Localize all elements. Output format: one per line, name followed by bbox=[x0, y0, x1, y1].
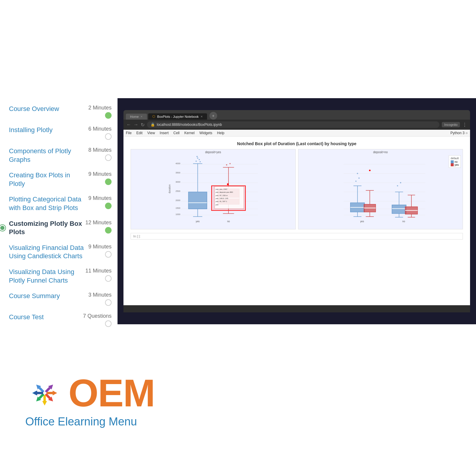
menu-cell[interactable]: Cell bbox=[173, 131, 180, 135]
panel-left-title: deposit=yes bbox=[131, 149, 295, 155]
svg-point-22 bbox=[199, 159, 200, 160]
menu-widgets[interactable]: Widgets bbox=[199, 131, 212, 135]
url-display: localhost:8888/notebooks/BoxPlots.ipynb bbox=[157, 123, 222, 127]
legend-item-no: no bbox=[451, 160, 459, 163]
svg-rect-95 bbox=[43, 395, 46, 401]
menu-dots-icon[interactable]: ⋮ bbox=[462, 122, 467, 128]
svg-text:no: no bbox=[227, 220, 230, 223]
svg-text:3000: 3000 bbox=[176, 181, 180, 183]
svg-point-77 bbox=[400, 182, 401, 183]
svg-point-35 bbox=[229, 163, 231, 164]
kernel-name: Python 3 ○ bbox=[450, 131, 468, 135]
svg-point-61 bbox=[357, 173, 358, 174]
lock-icon: 🔒 bbox=[151, 123, 155, 127]
legend-color-yes bbox=[451, 163, 454, 166]
sidebar-item-plotting-categorical[interactable]: Plotting Categorical Data with Box and S… bbox=[0, 192, 118, 216]
svg-point-23 bbox=[197, 157, 198, 159]
svg-marker-94 bbox=[42, 401, 47, 405]
incognito-label: Incognito bbox=[442, 122, 460, 127]
sidebar-item-title: Visualizing Data Using Plotly Funnel Cha… bbox=[9, 268, 74, 284]
svg-point-25 bbox=[200, 161, 201, 162]
notebook-content: File Edit View Insert Cell Kernel Widget… bbox=[123, 130, 470, 305]
svg-text:2000: 2000 bbox=[176, 199, 180, 202]
sidebar-item-customizing-box-plots[interactable]: Customizing Plotly Box Plots 12 Minutes bbox=[0, 216, 118, 240]
svg-text:yes: yes bbox=[196, 220, 200, 223]
sidebar-item-title: Course Test bbox=[9, 313, 44, 321]
sidebar-item-title: Creating Box Plots in Plotly bbox=[9, 171, 70, 187]
svg-point-24 bbox=[196, 156, 198, 157]
completion-dot-empty bbox=[105, 251, 112, 258]
svg-text:3500: 3500 bbox=[176, 171, 180, 174]
sidebar-item-time: 11 Minutes bbox=[85, 268, 112, 274]
browser-tab-home[interactable]: Home ✕ bbox=[126, 114, 147, 120]
sidebar-item-time: 2 Minutes bbox=[88, 105, 112, 111]
menu-kernel[interactable]: Kernel bbox=[184, 131, 195, 135]
svg-point-68 bbox=[369, 170, 370, 171]
notebook-area: Home ✕ ⬡ BoxPlots - Jupyter Notebook ✕ +… bbox=[118, 98, 476, 324]
browser-window: Home ✕ ⬡ BoxPlots - Jupyter Notebook ✕ +… bbox=[123, 110, 470, 312]
sidebar-item-visualizing-funnel[interactable]: Visualizing Data Using Plotly Funnel Cha… bbox=[0, 264, 118, 288]
sidebar-item-title: Installing Plotly bbox=[9, 126, 53, 134]
legend-item-yes: yes bbox=[451, 163, 459, 166]
legend-color-no bbox=[451, 160, 454, 163]
svg-text:yes: 47, 233 m: yes: 47, 233 m bbox=[216, 194, 228, 196]
forward-button[interactable]: → bbox=[134, 122, 138, 127]
sidebar-item-title: Plotting Categorical Data with Box and S… bbox=[9, 195, 81, 212]
jupyter-icon: ⬡ bbox=[152, 115, 155, 118]
menu-edit[interactable]: Edit bbox=[136, 131, 143, 135]
svg-text:2500: 2500 bbox=[176, 190, 180, 192]
sidebar-item-title: Visualizing Financial Data Using Candles… bbox=[9, 244, 84, 260]
svg-rect-17 bbox=[188, 192, 207, 209]
svg-text:yes: yes, 1567: yes: yes, 1567 bbox=[216, 188, 228, 190]
top-whitespace bbox=[0, 0, 476, 98]
menu-file[interactable]: File bbox=[126, 131, 131, 135]
current-item-marker bbox=[0, 225, 5, 231]
new-tab-button[interactable]: + bbox=[209, 112, 217, 120]
svg-point-36 bbox=[227, 183, 229, 185]
menu-view[interactable]: View bbox=[147, 131, 155, 135]
completion-dot-green bbox=[105, 112, 112, 119]
sidebar-item-title: Course Summary bbox=[9, 292, 60, 300]
oem-logo: OEM Office Elearning Menu bbox=[24, 372, 155, 428]
close-icon[interactable]: ✕ bbox=[201, 115, 203, 118]
oem-logo-top: OEM bbox=[24, 372, 155, 414]
jupyter-toolbar: File Edit View Insert Cell Kernel Widget… bbox=[123, 130, 470, 137]
sidebar-item-time: 9 Minutes bbox=[88, 171, 112, 177]
sidebar-item-visualizing-financial[interactable]: Visualizing Financial Data Using Candles… bbox=[0, 240, 118, 264]
svg-point-59 bbox=[355, 181, 356, 182]
svg-rect-101 bbox=[37, 392, 43, 394]
svg-point-60 bbox=[358, 178, 359, 179]
sidebar-item-time: 6 Minutes bbox=[88, 126, 112, 132]
sidebar-item-time: 12 Minutes bbox=[85, 220, 112, 226]
svg-point-76 bbox=[397, 185, 398, 186]
browser-tab-boxplots[interactable]: ⬡ BoxPlots - Jupyter Notebook ✕ bbox=[148, 113, 207, 120]
sidebar-item-course-overview[interactable]: Course Overview 2 Minutes bbox=[0, 101, 118, 122]
menu-help[interactable]: Help bbox=[217, 131, 225, 135]
sidebar-item-course-summary[interactable]: Course Summary 3 Minutes bbox=[0, 288, 118, 309]
menu-insert[interactable]: Insert bbox=[160, 131, 169, 135]
panel-right-title: deposit=no bbox=[298, 149, 463, 155]
svg-point-34 bbox=[226, 164, 227, 165]
cell-number: In [ ]: bbox=[133, 234, 140, 238]
oem-arrows-icon bbox=[24, 372, 65, 414]
tab-label: BoxPlots - Jupyter Notebook bbox=[157, 115, 198, 118]
sidebar-item-time: 7 Questions bbox=[83, 313, 112, 319]
sidebar-item-installing-plotly[interactable]: Installing Plotly 6 Minutes bbox=[0, 122, 118, 143]
jupyter-code-cell[interactable]: In [ ]: bbox=[131, 233, 463, 239]
svg-text:no: no bbox=[402, 220, 405, 223]
svg-text:1000: 1000 bbox=[176, 213, 180, 216]
address-bar[interactable]: 🔒 localhost:8888/notebooks/BoxPlots.ipyn… bbox=[147, 121, 439, 128]
sidebar-item-creating-box-plots[interactable]: Creating Box Plots in Plotly 9 Minutes bbox=[0, 167, 118, 192]
sidebar-item-course-test[interactable]: Course Test 7 Questions bbox=[0, 309, 118, 331]
legend-title: default bbox=[451, 157, 459, 160]
completion-dot-green bbox=[105, 227, 112, 234]
oem-text: OEM bbox=[68, 374, 155, 412]
back-button[interactable]: ← bbox=[126, 122, 131, 127]
completion-dot-empty bbox=[105, 133, 112, 140]
refresh-button[interactable]: ↻ bbox=[141, 122, 145, 128]
close-icon[interactable]: ✕ bbox=[140, 115, 143, 118]
svg-marker-100 bbox=[33, 391, 37, 395]
oem-subtitle: Office Elearning Menu bbox=[25, 415, 137, 428]
svg-text:yes: deposit+yes 860: yes: deposit+yes 860 bbox=[216, 191, 233, 193]
sidebar-item-components[interactable]: Components of Plotly Graphs 8 Minutes bbox=[0, 143, 118, 167]
